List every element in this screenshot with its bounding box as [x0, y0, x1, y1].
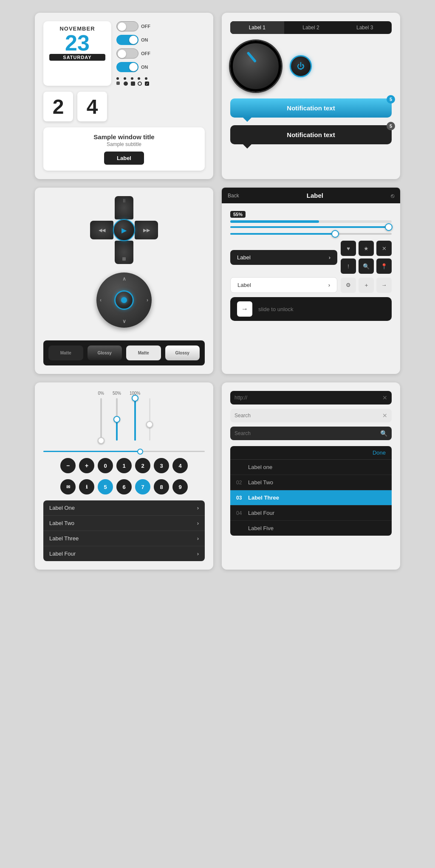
search-input-dark[interactable]	[234, 430, 377, 436]
icon-heart[interactable]: ♥	[341, 241, 356, 256]
h-slider-track	[43, 451, 205, 452]
stepper-5: 5	[98, 479, 113, 494]
volume-knob[interactable]	[230, 41, 281, 92]
dots-grid: ✓	[116, 77, 150, 86]
matte-dark-button[interactable]: Matte	[48, 346, 83, 360]
slider-track-2	[230, 233, 392, 235]
stepper-plus[interactable]: +	[79, 458, 94, 473]
v-slider-0-thumb[interactable]	[98, 437, 105, 444]
nav-right-arrow[interactable]: ›	[147, 297, 148, 303]
picker-text-2: Label Two	[248, 479, 273, 486]
stepper-9: 9	[172, 479, 188, 494]
picker-item-3[interactable]: 03 Label Three	[230, 490, 392, 506]
list-item-3[interactable]: Label Three ›	[43, 531, 205, 546]
picker-done-button[interactable]: Done	[373, 449, 386, 456]
icon-grid-light: ⚙ ＋ →	[341, 278, 392, 293]
picker-item-1[interactable]: Label one	[230, 460, 392, 475]
toggles-column: OFF ON OFF	[116, 21, 150, 86]
list-button-light-1[interactable]: Label ›	[230, 277, 337, 293]
v-slider-light-thumb[interactable]	[146, 421, 153, 428]
slider-thumb-1[interactable]	[385, 223, 393, 231]
v-slider-0-track	[100, 398, 102, 441]
tab-label1[interactable]: Label 1	[230, 21, 284, 34]
nav-left-arrow[interactable]: ‹	[100, 297, 102, 303]
nav-down-arrow[interactable]: ∨	[122, 318, 126, 324]
icon-grid-dark: ♥ ★ ✕ ! 🔍 📍	[341, 241, 392, 274]
top-left-panel: NOVEMBER 23 SATURDAY OFF	[35, 13, 213, 179]
icon-gear[interactable]: ⚙	[341, 278, 356, 293]
stepper-6: 6	[116, 479, 132, 494]
nav-center-button[interactable]	[114, 290, 134, 310]
list-item-1[interactable]: Label One ›	[43, 500, 205, 516]
nav-up-arrow[interactable]: ∧	[122, 276, 126, 282]
picker-section: Done Label one 02 Label Two 03 Label Thr…	[230, 446, 392, 536]
dpad-play-button[interactable]: ▶	[113, 219, 135, 241]
url-input[interactable]	[234, 395, 379, 401]
dpad-right-button[interactable]: ▶▶	[135, 221, 158, 239]
nav-bar-action-button[interactable]: ⎋	[391, 192, 394, 199]
picker-text-5: Label Five	[248, 525, 274, 531]
dpad-left-button[interactable]: ◀◀	[90, 221, 113, 239]
list-item-4[interactable]: Label Four ›	[43, 546, 205, 561]
nav-bar-back-button[interactable]: Back	[228, 193, 239, 199]
tab-label3[interactable]: Label 3	[338, 21, 392, 34]
icon-plus[interactable]: ＋	[359, 278, 374, 293]
glossy-dark-button[interactable]: Glossy	[88, 346, 122, 360]
stepper-0: 0	[98, 458, 113, 473]
glossy-light-button[interactable]: Glossy	[165, 346, 200, 360]
toggle-off-1[interactable]	[116, 21, 138, 31]
window-label-button[interactable]: Label	[104, 152, 144, 165]
middle-right-panel: Back Label ⎋ 55%	[222, 188, 400, 374]
power-button[interactable]: ⏻	[290, 55, 312, 77]
v-slider-100-thumb[interactable]	[132, 395, 138, 402]
icon-search[interactable]: 🔍	[359, 258, 374, 274]
stepper-info[interactable]: ℹ	[79, 479, 94, 494]
middle-left-panel: ⏸ ◀◀ ▶ ▶▶	[35, 188, 213, 374]
picker-item-2[interactable]: 02 Label Two	[230, 475, 392, 490]
v-slider-50-thumb[interactable]	[113, 416, 120, 423]
search-input-light[interactable]	[234, 413, 379, 419]
toggle-row-3[interactable]: OFF	[116, 48, 150, 59]
stepper-mail[interactable]: ✉	[60, 479, 76, 494]
toggle-off-2[interactable]	[116, 48, 138, 59]
flip-numbers: 2 4	[43, 92, 205, 121]
search-clear-button[interactable]: ✕	[382, 412, 387, 419]
stepper-7: 7	[135, 479, 150, 494]
toggle-row-2[interactable]: ON	[116, 35, 150, 45]
play-icon: ▶	[121, 226, 127, 234]
notification-dark-text: Notification text	[287, 131, 335, 138]
dpad-down-button[interactable]	[115, 241, 133, 264]
notification-bubble-blue: Notification text 5	[230, 98, 392, 118]
tab-label2[interactable]: Label 2	[284, 21, 338, 34]
v-slider-50pct: 50%	[113, 391, 121, 441]
glossy-dark-label: Glossy	[88, 351, 122, 355]
slide-unlock[interactable]: → slide to unlock	[230, 297, 392, 321]
toggle-row-1[interactable]: OFF	[116, 21, 150, 31]
h-slider-thumb[interactable]	[137, 449, 143, 455]
dpad-section: ⏸ ◀◀ ▶ ▶▶	[43, 196, 205, 365]
list-button-dark-1[interactable]: Label ›	[230, 250, 337, 265]
icon-star[interactable]: ★	[359, 241, 374, 256]
list-item-2[interactable]: Label Two ›	[43, 516, 205, 531]
icon-pin[interactable]: 📍	[376, 258, 392, 274]
icon-close[interactable]: ✕	[376, 241, 392, 256]
notification-blue-container: Notification text 5	[230, 98, 392, 118]
slider-thumb-2[interactable]	[331, 230, 339, 238]
picker-item-4[interactable]: 04 Label Four	[230, 506, 392, 521]
progress-label: 55%	[230, 211, 246, 218]
list-btn-light-1-arrow: ›	[328, 282, 330, 288]
icon-exclaim[interactable]: !	[341, 258, 356, 274]
dpad-up-button[interactable]: ⏸	[115, 196, 133, 219]
stepper-minus[interactable]: −	[60, 458, 76, 473]
power-icon: ⏻	[297, 62, 305, 71]
list-item-4-label: Label Four	[49, 551, 76, 557]
picker-item-5[interactable]: Label Five	[230, 521, 392, 536]
toggle-row-4[interactable]: ON	[116, 62, 150, 72]
icon-arrow[interactable]: →	[376, 278, 392, 293]
toggle-on-2[interactable]	[116, 62, 138, 72]
toggle-on-1[interactable]	[116, 35, 138, 45]
slider-track-1	[230, 226, 392, 228]
next-icon: ▶▶	[143, 228, 150, 233]
matte-light-button[interactable]: Matte	[126, 346, 161, 360]
url-clear-button[interactable]: ✕	[382, 394, 387, 401]
